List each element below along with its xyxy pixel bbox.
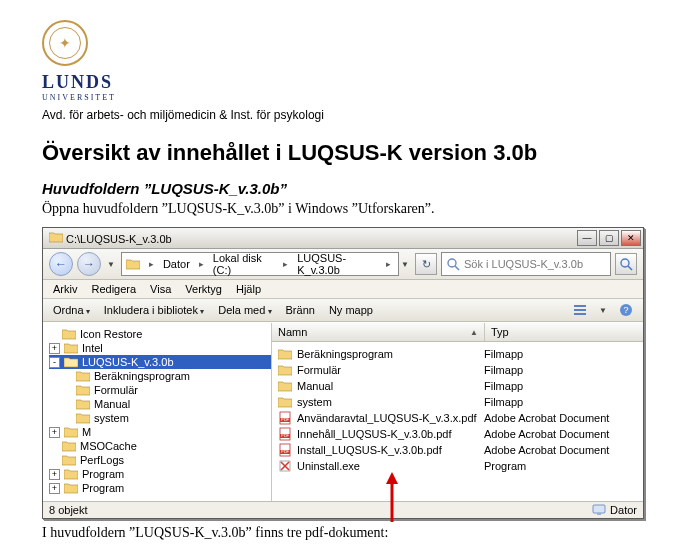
- search-input[interactable]: Sök i LUQSUS-K_v.3.0b: [441, 252, 611, 276]
- include-button[interactable]: Inkludera i bibliotek: [104, 304, 204, 316]
- refresh-button[interactable]: ↻: [415, 253, 437, 275]
- university-name: LUNDS: [42, 72, 638, 93]
- minimize-button[interactable]: —: [577, 230, 597, 246]
- exe-icon: [278, 459, 292, 473]
- menu-view[interactable]: Visa: [150, 283, 171, 295]
- window-controls: — ▢ ✕: [575, 230, 641, 246]
- column-name[interactable]: Namn ▲: [272, 323, 485, 341]
- menu-file[interactable]: Arkiv: [53, 283, 77, 295]
- file-type: Filmapp: [478, 348, 643, 360]
- svg-line-3: [628, 266, 632, 270]
- svg-text:?: ?: [623, 305, 628, 315]
- close-button[interactable]: ✕: [621, 230, 641, 246]
- file-row[interactable]: PDFInnehåll_LUQSUS-K_v.3.0b.pdfAdobe Acr…: [272, 426, 643, 442]
- new-folder-button[interactable]: Ny mapp: [329, 304, 373, 316]
- address-dropdown-icon[interactable]: ▼: [401, 260, 409, 269]
- address-bar[interactable]: ▸ Dator ▸ Lokal disk (C:) ▸ LUQSUS-K_v.3…: [121, 252, 399, 276]
- search-placeholder: Sök i LUQSUS-K_v.3.0b: [464, 258, 583, 270]
- explorer-body: Icon Restore+Intel-LUQSUS-K_v.3.0bBeräkn…: [43, 322, 643, 501]
- file-row[interactable]: PDFAnvändaravtal_LUQSUS-K_v.3.x.pdfAdobe…: [272, 410, 643, 426]
- tree-item[interactable]: Formulär: [49, 383, 271, 397]
- status-bar: 8 objekt Dator: [43, 501, 643, 518]
- tree-expander-icon[interactable]: [49, 456, 58, 465]
- tree-item-label: Icon Restore: [80, 328, 142, 340]
- file-name: Innehåll_LUQSUS-K_v.3.0b.pdf: [297, 428, 452, 440]
- tree-item[interactable]: -LUQSUS-K_v.3.0b: [49, 355, 271, 369]
- file-row[interactable]: BeräkningsprogramFilmapp: [272, 346, 643, 362]
- tree-expander-icon[interactable]: [63, 386, 72, 395]
- svg-rect-6: [574, 313, 586, 315]
- svg-rect-4: [574, 305, 586, 307]
- tree-item-label: MSOCache: [80, 440, 137, 452]
- svg-text:PDF: PDF: [281, 449, 290, 454]
- search-go-button[interactable]: [615, 253, 637, 275]
- tree-expander-icon[interactable]: [49, 330, 58, 339]
- breadcrumb[interactable]: Lokal disk (C:): [213, 252, 274, 276]
- svg-text:PDF: PDF: [281, 417, 290, 422]
- column-type[interactable]: Typ: [485, 323, 643, 341]
- file-list: Namn ▲ Typ BeräkningsprogramFilmappFormu…: [272, 323, 643, 501]
- tree-item[interactable]: Icon Restore: [49, 327, 271, 341]
- folder-icon: [278, 379, 292, 393]
- tree-expander-icon[interactable]: +: [49, 343, 60, 354]
- tree-expander-icon[interactable]: [63, 372, 72, 381]
- tree-item[interactable]: PerfLogs: [49, 453, 271, 467]
- tree-item[interactable]: system: [49, 411, 271, 425]
- file-row[interactable]: Uninstall.exeProgram: [272, 458, 643, 474]
- breadcrumb[interactable]: Dator: [163, 258, 190, 270]
- menu-tools[interactable]: Verktyg: [185, 283, 222, 295]
- history-dropdown-icon[interactable]: ▼: [107, 260, 115, 269]
- folder-icon: [64, 426, 78, 438]
- tree-item-label: Beräkningsprogram: [94, 370, 190, 382]
- tree-item[interactable]: +Program: [49, 467, 271, 481]
- forward-button[interactable]: →: [77, 252, 101, 276]
- file-type: Filmapp: [478, 396, 643, 408]
- breadcrumb[interactable]: LUQSUS-K_v.3.0b: [297, 252, 377, 276]
- svg-line-1: [455, 266, 459, 270]
- file-row[interactable]: systemFilmapp: [272, 394, 643, 410]
- file-row[interactable]: FormulärFilmapp: [272, 362, 643, 378]
- svg-rect-5: [574, 309, 586, 311]
- back-button[interactable]: ←: [49, 252, 73, 276]
- search-icon: [619, 257, 633, 271]
- explorer-window: C:\LUQSUS-K_v.3.0b — ▢ ✕ ← → ▼ ▸ Dator ▸…: [42, 227, 644, 519]
- svg-rect-24: [597, 513, 601, 515]
- tree-item[interactable]: Manual: [49, 397, 271, 411]
- maximize-button[interactable]: ▢: [599, 230, 619, 246]
- tree-item[interactable]: +Program: [49, 481, 271, 495]
- folder-icon: [76, 412, 90, 424]
- file-name: Install_LUQSUS-K_v.3.0b.pdf: [297, 444, 442, 456]
- burn-button[interactable]: Bränn: [286, 304, 315, 316]
- share-button[interactable]: Dela med: [218, 304, 271, 316]
- view-dropdown-icon[interactable]: ▼: [599, 306, 607, 315]
- tree-item-label: Manual: [94, 398, 130, 410]
- menu-help[interactable]: Hjälp: [236, 283, 261, 295]
- view-options-icon[interactable]: [573, 303, 587, 317]
- folder-icon: [278, 363, 292, 377]
- file-row[interactable]: PDFInstall_LUQSUS-K_v.3.0b.pdfAdobe Acro…: [272, 442, 643, 458]
- folder-icon: [76, 398, 90, 410]
- file-type: Adobe Acrobat Document: [478, 444, 643, 456]
- tree-item[interactable]: MSOCache: [49, 439, 271, 453]
- tree-expander-icon[interactable]: +: [49, 427, 60, 438]
- tree-expander-icon[interactable]: [63, 400, 72, 409]
- file-row[interactable]: ManualFilmapp: [272, 378, 643, 394]
- university-subname: UNIVERSITET: [42, 93, 638, 102]
- tree-expander-icon[interactable]: +: [49, 483, 60, 494]
- folder-icon: [76, 370, 90, 382]
- tree-item[interactable]: +Intel: [49, 341, 271, 355]
- organize-button[interactable]: Ordna: [53, 304, 90, 316]
- menu-edit[interactable]: Redigera: [91, 283, 136, 295]
- tree-item[interactable]: Beräkningsprogram: [49, 369, 271, 383]
- tree-expander-icon[interactable]: [63, 414, 72, 423]
- tree-item[interactable]: +M: [49, 425, 271, 439]
- tree-expander-icon[interactable]: -: [49, 357, 60, 368]
- tree-item-label: LUQSUS-K_v.3.0b: [82, 356, 174, 368]
- university-seal-icon: [42, 20, 88, 66]
- tree-expander-icon[interactable]: +: [49, 469, 60, 480]
- page-title: Översikt av innehållet i LUQSUS-K versio…: [42, 140, 638, 166]
- command-bar: Ordna Inkludera i bibliotek Dela med Brä…: [43, 299, 643, 322]
- tree-expander-icon[interactable]: [49, 442, 58, 451]
- svg-point-0: [448, 259, 456, 267]
- help-icon[interactable]: ?: [619, 303, 633, 317]
